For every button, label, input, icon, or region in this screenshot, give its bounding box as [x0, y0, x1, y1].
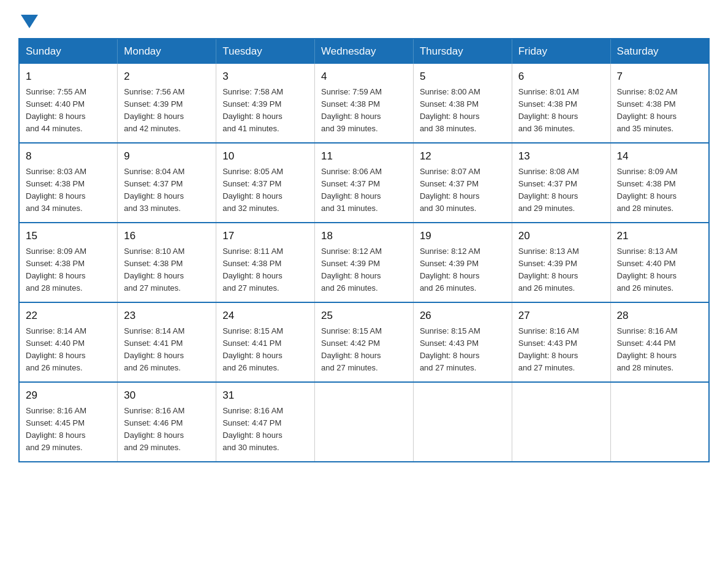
day-number: 16: [124, 228, 210, 244]
day-number: 4: [321, 69, 407, 85]
day-info: Sunrise: 8:15 AMSunset: 4:41 PMDaylight:…: [222, 326, 283, 372]
day-info: Sunrise: 8:12 AMSunset: 4:39 PMDaylight:…: [321, 247, 382, 293]
calendar-week-row: 22Sunrise: 8:14 AMSunset: 4:40 PMDayligh…: [19, 302, 709, 382]
calendar-day-cell: [610, 382, 709, 462]
day-info: Sunrise: 8:16 AMSunset: 4:43 PMDaylight:…: [518, 326, 579, 372]
calendar-day-cell: 21Sunrise: 8:13 AMSunset: 4:40 PMDayligh…: [610, 223, 709, 302]
day-info: Sunrise: 8:14 AMSunset: 4:40 PMDaylight:…: [26, 326, 86, 372]
calendar-day-cell: 8Sunrise: 8:03 AMSunset: 4:38 PMDaylight…: [19, 143, 118, 223]
day-of-week-header: Sunday: [19, 39, 118, 64]
day-number: 26: [420, 308, 506, 324]
calendar-day-cell: 14Sunrise: 8:09 AMSunset: 4:38 PMDayligh…: [610, 143, 709, 223]
calendar-day-cell: 26Sunrise: 8:15 AMSunset: 4:43 PMDayligh…: [413, 302, 512, 382]
day-info: Sunrise: 8:15 AMSunset: 4:43 PMDaylight:…: [420, 326, 480, 372]
calendar-day-cell: [512, 382, 610, 462]
day-info: Sunrise: 8:01 AMSunset: 4:38 PMDaylight:…: [518, 87, 579, 133]
day-info: Sunrise: 8:00 AMSunset: 4:38 PMDaylight:…: [420, 87, 480, 133]
day-info: Sunrise: 7:56 AMSunset: 4:39 PMDaylight:…: [124, 87, 184, 133]
day-number: 20: [518, 228, 604, 244]
day-number: 29: [26, 388, 111, 404]
day-info: Sunrise: 8:16 AMSunset: 4:44 PMDaylight:…: [617, 326, 678, 372]
logo: [18, 12, 38, 26]
calendar-week-row: 8Sunrise: 8:03 AMSunset: 4:38 PMDaylight…: [19, 143, 709, 223]
calendar-day-cell: 23Sunrise: 8:14 AMSunset: 4:41 PMDayligh…: [118, 302, 216, 382]
day-info: Sunrise: 8:13 AMSunset: 4:39 PMDaylight:…: [518, 247, 579, 293]
day-number: 24: [222, 308, 308, 324]
calendar-day-cell: 4Sunrise: 7:59 AMSunset: 4:38 PMDaylight…: [315, 64, 414, 143]
calendar-day-cell: 19Sunrise: 8:12 AMSunset: 4:39 PMDayligh…: [413, 223, 512, 302]
day-number: 8: [26, 148, 111, 164]
day-info: Sunrise: 8:12 AMSunset: 4:39 PMDaylight:…: [420, 247, 480, 293]
calendar-day-cell: 29Sunrise: 8:16 AMSunset: 4:45 PMDayligh…: [19, 382, 118, 462]
day-of-week-header: Wednesday: [315, 39, 414, 64]
day-info: Sunrise: 8:05 AMSunset: 4:37 PMDaylight:…: [222, 167, 283, 213]
day-of-week-header: Monday: [118, 39, 216, 64]
calendar-day-cell: 6Sunrise: 8:01 AMSunset: 4:38 PMDaylight…: [512, 64, 610, 143]
day-info: Sunrise: 7:59 AMSunset: 4:38 PMDaylight:…: [321, 87, 382, 133]
day-number: 21: [617, 228, 702, 244]
calendar-table: SundayMondayTuesdayWednesdayThursdayFrid…: [18, 38, 710, 462]
calendar-day-cell: 20Sunrise: 8:13 AMSunset: 4:39 PMDayligh…: [512, 223, 610, 302]
page-header: [18, 12, 710, 26]
day-number: 22: [26, 308, 111, 324]
day-info: Sunrise: 8:06 AMSunset: 4:37 PMDaylight:…: [321, 167, 382, 213]
calendar-day-cell: 28Sunrise: 8:16 AMSunset: 4:44 PMDayligh…: [610, 302, 709, 382]
day-number: 28: [617, 308, 702, 324]
calendar-week-row: 29Sunrise: 8:16 AMSunset: 4:45 PMDayligh…: [19, 382, 709, 462]
day-info: Sunrise: 8:11 AMSunset: 4:38 PMDaylight:…: [222, 247, 283, 293]
calendar-day-cell: 2Sunrise: 7:56 AMSunset: 4:39 PMDaylight…: [118, 64, 216, 143]
day-info: Sunrise: 8:03 AMSunset: 4:38 PMDaylight:…: [26, 167, 86, 213]
day-info: Sunrise: 8:16 AMSunset: 4:46 PMDaylight:…: [124, 406, 184, 452]
calendar-day-cell: 27Sunrise: 8:16 AMSunset: 4:43 PMDayligh…: [512, 302, 610, 382]
day-number: 25: [321, 308, 407, 324]
day-number: 5: [420, 69, 506, 85]
day-info: Sunrise: 8:10 AMSunset: 4:38 PMDaylight:…: [124, 247, 184, 293]
calendar-day-cell: 5Sunrise: 8:00 AMSunset: 4:38 PMDaylight…: [413, 64, 512, 143]
logo-triangle-icon: [21, 15, 38, 28]
calendar-week-row: 15Sunrise: 8:09 AMSunset: 4:38 PMDayligh…: [19, 223, 709, 302]
day-number: 17: [222, 228, 308, 244]
day-number: 7: [617, 69, 702, 85]
calendar-day-cell: 30Sunrise: 8:16 AMSunset: 4:46 PMDayligh…: [118, 382, 216, 462]
calendar-day-cell: [413, 382, 512, 462]
calendar-day-cell: 13Sunrise: 8:08 AMSunset: 4:37 PMDayligh…: [512, 143, 610, 223]
day-info: Sunrise: 8:02 AMSunset: 4:38 PMDaylight:…: [617, 87, 678, 133]
day-number: 12: [420, 148, 506, 164]
calendar-day-cell: 25Sunrise: 8:15 AMSunset: 4:42 PMDayligh…: [315, 302, 414, 382]
day-number: 18: [321, 228, 407, 244]
day-number: 14: [617, 148, 702, 164]
day-number: 19: [420, 228, 506, 244]
calendar-day-cell: 24Sunrise: 8:15 AMSunset: 4:41 PMDayligh…: [216, 302, 315, 382]
day-info: Sunrise: 8:16 AMSunset: 4:45 PMDaylight:…: [26, 406, 86, 452]
day-info: Sunrise: 8:09 AMSunset: 4:38 PMDaylight:…: [26, 247, 86, 293]
calendar-day-cell: 1Sunrise: 7:55 AMSunset: 4:40 PMDaylight…: [19, 64, 118, 143]
day-number: 31: [222, 388, 308, 404]
day-of-week-header: Thursday: [413, 39, 512, 64]
calendar-day-cell: 16Sunrise: 8:10 AMSunset: 4:38 PMDayligh…: [118, 223, 216, 302]
calendar-day-cell: 12Sunrise: 8:07 AMSunset: 4:37 PMDayligh…: [413, 143, 512, 223]
calendar-day-cell: 22Sunrise: 8:14 AMSunset: 4:40 PMDayligh…: [19, 302, 118, 382]
day-info: Sunrise: 8:15 AMSunset: 4:42 PMDaylight:…: [321, 326, 382, 372]
calendar-day-cell: 31Sunrise: 8:16 AMSunset: 4:47 PMDayligh…: [216, 382, 315, 462]
calendar-day-cell: 18Sunrise: 8:12 AMSunset: 4:39 PMDayligh…: [315, 223, 414, 302]
day-info: Sunrise: 8:09 AMSunset: 4:38 PMDaylight:…: [617, 167, 678, 213]
day-number: 23: [124, 308, 210, 324]
calendar-day-cell: 10Sunrise: 8:05 AMSunset: 4:37 PMDayligh…: [216, 143, 315, 223]
day-info: Sunrise: 8:16 AMSunset: 4:47 PMDaylight:…: [222, 406, 283, 452]
day-number: 9: [124, 148, 210, 164]
day-number: 10: [222, 148, 308, 164]
day-info: Sunrise: 8:07 AMSunset: 4:37 PMDaylight:…: [420, 167, 480, 213]
calendar-day-cell: 15Sunrise: 8:09 AMSunset: 4:38 PMDayligh…: [19, 223, 118, 302]
day-number: 6: [518, 69, 604, 85]
day-of-week-header: Friday: [512, 39, 610, 64]
calendar-week-row: 1Sunrise: 7:55 AMSunset: 4:40 PMDaylight…: [19, 64, 709, 143]
day-number: 13: [518, 148, 604, 164]
day-number: 27: [518, 308, 604, 324]
day-of-week-header: Tuesday: [216, 39, 315, 64]
calendar-day-cell: [315, 382, 414, 462]
day-number: 11: [321, 148, 407, 164]
day-info: Sunrise: 8:08 AMSunset: 4:37 PMDaylight:…: [518, 167, 579, 213]
day-number: 3: [222, 69, 308, 85]
calendar-day-cell: 17Sunrise: 8:11 AMSunset: 4:38 PMDayligh…: [216, 223, 315, 302]
day-info: Sunrise: 7:55 AMSunset: 4:40 PMDaylight:…: [26, 87, 86, 133]
